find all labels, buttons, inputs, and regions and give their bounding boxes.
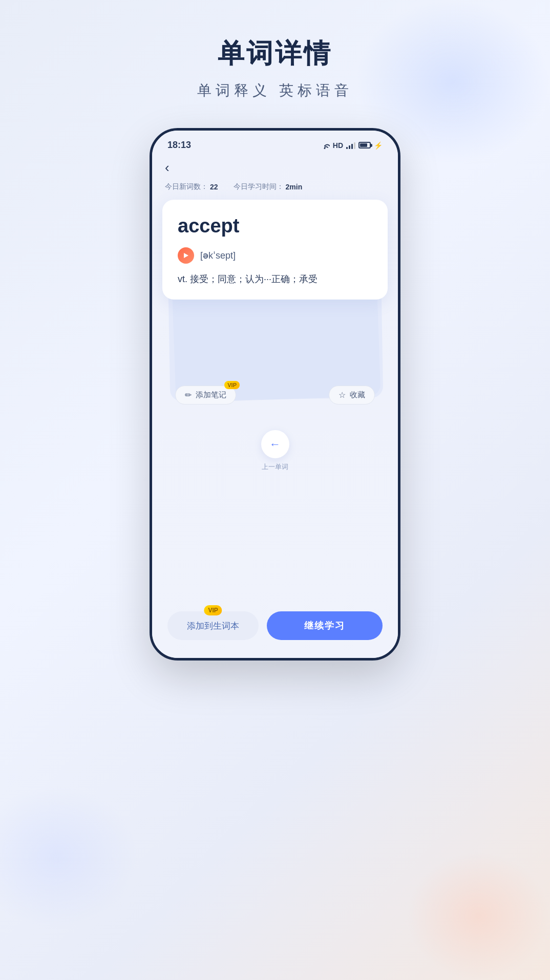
add-note-label: 添加笔记 <box>196 390 226 400</box>
signal-bar-2 <box>349 145 350 149</box>
page-title: 单词详情 <box>0 36 550 72</box>
prev-word-button[interactable]: ← <box>261 430 289 458</box>
navigation-area: ← 上一单词 <box>152 430 398 472</box>
phone-screen: 18:13 HD <box>152 131 398 658</box>
status-icons: HD ⚡ <box>320 141 383 150</box>
hd-label: HD <box>333 141 343 150</box>
status-bar: 18:13 HD <box>152 131 398 155</box>
collect-label: 收藏 <box>350 390 365 400</box>
signal-bar-3 <box>351 144 353 149</box>
signal-bars <box>346 142 355 149</box>
phone-mockup: 18:13 HD <box>150 128 400 661</box>
study-time-stat: 今日学习时间： 2min <box>234 182 303 191</box>
back-button[interactable]: ‹ <box>152 155 398 178</box>
note-vip-badge: VIP <box>224 381 240 389</box>
study-time-label: 今日学习时间： <box>234 182 284 191</box>
svg-point-0 <box>324 147 325 149</box>
signal-bar-1 <box>346 147 348 149</box>
study-time-value: 2min <box>286 183 303 191</box>
page-subtitle: 单词释义 英标语音 <box>0 81 550 100</box>
new-words-stat: 今日新词数： 22 <box>165 182 218 191</box>
bg-blob-left <box>0 785 138 929</box>
word-phonetic: [əkˈsept] <box>178 247 372 264</box>
word-card: accept [əkˈsept] vt. 接受；同意；认为···正确；承受 <box>162 200 388 300</box>
stats-bar: 今日新词数： 22 今日学习时间： 2min <box>152 178 398 200</box>
new-words-value: 22 <box>210 183 218 191</box>
card-actions: ✏ 添加笔记 VIP ☆ 收藏 <box>162 386 388 415</box>
word-definition: vt. 接受；同意；认为···正确；承受 <box>178 272 372 287</box>
prev-arrow-icon: ← <box>269 438 281 451</box>
battery-icon <box>358 142 371 148</box>
card-stack: accept [əkˈsept] vt. 接受；同意；认为···正确；承受 <box>162 200 388 415</box>
star-icon: ☆ <box>339 390 346 400</box>
continue-study-button[interactable]: 继续学习 <box>267 611 383 640</box>
page-header: 单词详情 单词释义 英标语音 <box>0 0 550 111</box>
bg-blob-right <box>407 852 550 980</box>
bottom-buttons: VIP 添加到生词本 继续学习 <box>152 611 398 640</box>
wordbook-vip-badge: VIP <box>204 605 222 615</box>
continue-label: 继续学习 <box>304 621 345 631</box>
word-english: accept <box>178 215 372 237</box>
status-time: 18:13 <box>167 140 191 151</box>
phonetic-text: [əkˈsept] <box>200 250 236 261</box>
new-words-label: 今日新词数： <box>165 182 208 191</box>
prev-word-label: 上一单词 <box>262 462 288 472</box>
phone-frame: 18:13 HD <box>150 128 400 661</box>
svg-marker-1 <box>184 253 188 258</box>
add-wordbook-button[interactable]: VIP 添加到生词本 <box>167 611 259 640</box>
charging-icon: ⚡ <box>374 141 383 150</box>
battery-fill <box>360 143 367 147</box>
collect-button[interactable]: ☆ 收藏 <box>329 386 375 404</box>
wifi-icon <box>320 142 330 149</box>
signal-bar-4 <box>354 142 355 149</box>
phonetic-play-icon[interactable] <box>178 247 194 264</box>
add-note-button[interactable]: ✏ 添加笔记 VIP <box>175 386 236 404</box>
note-icon: ✏ <box>185 390 192 400</box>
add-wordbook-label: 添加到生词本 <box>187 621 239 631</box>
